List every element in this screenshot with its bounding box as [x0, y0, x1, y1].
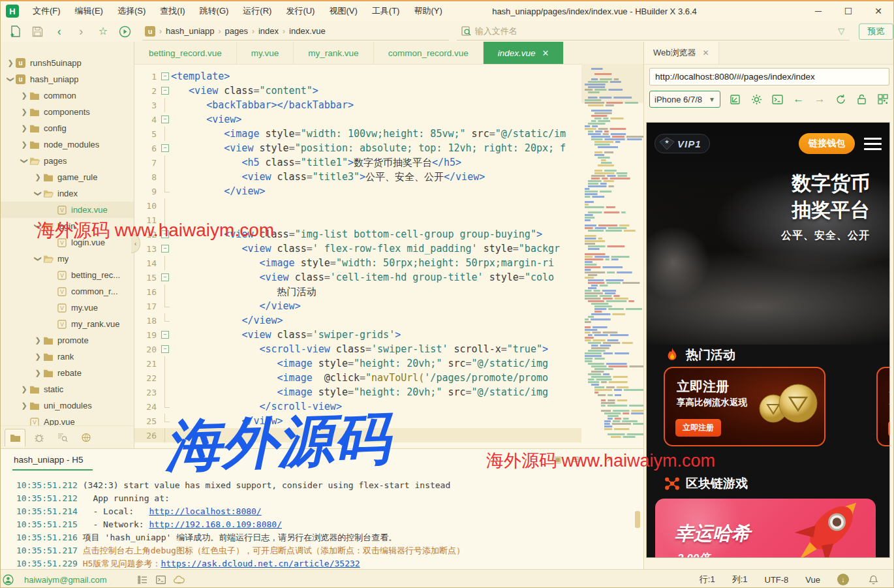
editor-tab-common_record.vue[interactable]: common_record.vue — [374, 42, 484, 64]
url-input[interactable] — [649, 68, 889, 85]
detach-window-icon[interactable] — [729, 93, 741, 106]
line-number[interactable]: 8 — [134, 172, 160, 182]
tree-item-betting_rec...[interactable]: Vbetting_rec... — [1, 267, 134, 283]
editor-tab-betting_record.vue[interactable]: betting_record.vue — [134, 42, 237, 64]
breadcrumb-folder[interactable]: pages — [225, 26, 248, 36]
chevron-open-icon[interactable]: ❯ — [7, 75, 15, 84]
chevron-open-icon[interactable]: ❯ — [34, 255, 42, 264]
cursor-col[interactable]: 列:1 — [732, 574, 748, 585]
tree-item-login[interactable]: ❯login — [1, 218, 134, 234]
breadcrumb[interactable]: u › hash_uniapp › pages › index › index.… — [142, 23, 449, 40]
menu-item-6[interactable]: 发行(U) — [279, 3, 322, 20]
partial-promo-card[interactable]: 加 享 — [876, 367, 890, 446]
menu-item-1[interactable]: 编辑(E) — [68, 3, 110, 20]
close-tab-icon[interactable]: ✕ — [542, 48, 549, 58]
fold-marker-icon[interactable]: − — [160, 112, 171, 127]
back-icon[interactable]: ‹ — [52, 24, 67, 39]
tree-item-config[interactable]: ❯config — [1, 120, 134, 136]
register-now-button[interactable]: 立即注册 — [675, 419, 721, 437]
preview-button[interactable]: 预览 — [859, 23, 893, 40]
chevron-closed-icon[interactable]: ❯ — [6, 59, 15, 67]
link-wallet-button[interactable]: 链接钱包 — [799, 133, 855, 154]
console-clear-icon[interactable]: ▣ — [553, 454, 561, 464]
menu-item-2[interactable]: 选择(S) — [110, 3, 153, 20]
console-tab[interactable]: hash_uniapp - H5 — [12, 455, 93, 471]
update-download-icon[interactable]: ↓ — [837, 574, 849, 585]
minimap-viewport[interactable] — [581, 64, 643, 103]
tree-item-login.vue[interactable]: Vlogin.vue — [1, 234, 134, 251]
line-number[interactable]: 3 — [134, 101, 160, 110]
cloud-view-icon[interactable] — [76, 429, 96, 446]
log-link[interactable]: http://192.168.0.109:8080/ — [149, 519, 283, 529]
chevron-closed-icon[interactable]: ❯ — [20, 385, 29, 394]
search-input[interactable] — [474, 25, 838, 37]
fold-marker-icon[interactable]: − — [160, 141, 171, 155]
tree-item-game_rule[interactable]: ❯game_rule — [1, 169, 134, 185]
chevron-closed-icon[interactable]: ❯ — [33, 369, 42, 377]
menu-item-3[interactable]: 查找(I) — [153, 3, 192, 20]
menu-item-5[interactable]: 运行(R) — [236, 3, 279, 20]
chevron-closed-icon[interactable]: ❯ — [20, 140, 29, 149]
line-number[interactable]: 16 — [134, 287, 160, 297]
language-mode[interactable]: Vue — [805, 575, 820, 585]
tree-item-static[interactable]: ❯static — [1, 381, 134, 397]
console-collapse-icon[interactable]: ∧ — [590, 454, 596, 464]
qr-code-icon[interactable] — [877, 93, 889, 106]
console-add-icon[interactable]: ⊞ — [572, 454, 579, 464]
chevron-open-icon[interactable]: ❯ — [20, 157, 29, 166]
device-select[interactable]: iPhone 6/7/8▼ — [649, 91, 720, 108]
code-area[interactable]: 1−<template>2− <view class="content">3 <… — [134, 64, 581, 448]
fold-marker-icon[interactable]: − — [160, 84, 171, 98]
cursor-line[interactable]: 行:1 — [700, 574, 715, 585]
line-number[interactable]: 20 — [134, 345, 160, 354]
line-number[interactable]: 26 — [134, 431, 160, 441]
editor-tab-my.vue[interactable]: my.vue — [237, 42, 294, 64]
lucky-hash-game-card[interactable]: 幸运哈希 2.00倍 — [655, 499, 876, 558]
tree-item-promote[interactable]: ❯promote — [1, 332, 134, 348]
files-view-icon[interactable] — [5, 429, 25, 446]
fold-marker-icon[interactable]: − — [160, 328, 171, 342]
line-number[interactable]: 1 — [134, 72, 160, 82]
menu-item-8[interactable]: 工具(T) — [365, 3, 407, 20]
tree-item-uni_modules[interactable]: ❯uni_modules — [1, 397, 134, 414]
settings-gear-icon[interactable] — [750, 93, 762, 106]
menu-item-9[interactable]: 帮助(Y) — [407, 3, 449, 20]
terminal-icon[interactable] — [154, 576, 168, 584]
nav-back-icon[interactable]: ← — [792, 93, 805, 106]
line-number[interactable]: 7 — [134, 158, 160, 168]
line-number[interactable]: 25 — [134, 416, 160, 426]
cloud-sync-icon[interactable] — [172, 575, 187, 584]
account-email[interactable]: haiwaiym@gmail.com — [24, 575, 107, 585]
log-link[interactable]: https://ask.dcloud.net.cn/article/35232 — [161, 559, 360, 568]
chevron-open-icon[interactable]: ❯ — [34, 222, 42, 231]
tree-item-common_r...[interactable]: Vcommon_r... — [1, 283, 134, 300]
tree-item-index.vue[interactable]: Vindex.vue — [1, 202, 134, 218]
filter-icon[interactable]: ▽ — [838, 26, 844, 36]
lock-icon[interactable] — [855, 93, 868, 106]
tree-item-my_rank.vue[interactable]: Vmy_rank.vue — [1, 316, 134, 332]
tree-item-my.vue[interactable]: Vmy.vue — [1, 300, 134, 316]
breadcrumb-subfolder[interactable]: index — [258, 26, 279, 36]
line-number[interactable]: 9 — [134, 187, 160, 196]
line-number[interactable]: 21 — [134, 359, 160, 369]
account-icon[interactable] — [1, 574, 15, 585]
tree-item-rebate[interactable]: ❯rebate — [1, 365, 134, 381]
editor-tab-index.vue[interactable]: index.vue✕ — [484, 42, 564, 64]
line-number[interactable]: 17 — [134, 302, 160, 311]
tree-item-runsh5uinapp[interactable]: ❯urunsh5uinapp — [1, 55, 134, 71]
bookmark-star-icon[interactable]: ☆ — [96, 24, 110, 39]
line-number[interactable]: 14 — [134, 258, 160, 268]
fold-marker-icon[interactable]: − — [160, 241, 171, 256]
line-number[interactable]: 22 — [134, 373, 160, 383]
fold-marker-icon[interactable]: − — [160, 270, 171, 285]
tree-item-rank[interactable]: ❯rank — [1, 348, 134, 365]
console-close-icon[interactable]: ✕ — [606, 454, 613, 464]
chevron-closed-icon[interactable]: ❯ — [33, 173, 42, 181]
line-number[interactable]: 23 — [134, 388, 160, 397]
chevron-closed-icon[interactable]: ❯ — [20, 91, 29, 100]
log-link[interactable]: http://localhost:8080/ — [149, 506, 262, 516]
breadcrumb-project[interactable]: hash_uniapp — [166, 26, 214, 36]
line-number[interactable]: 15 — [134, 273, 160, 283]
close-icon[interactable]: ✕ — [872, 6, 884, 16]
tree-item-pages[interactable]: ❯pages — [1, 153, 134, 169]
